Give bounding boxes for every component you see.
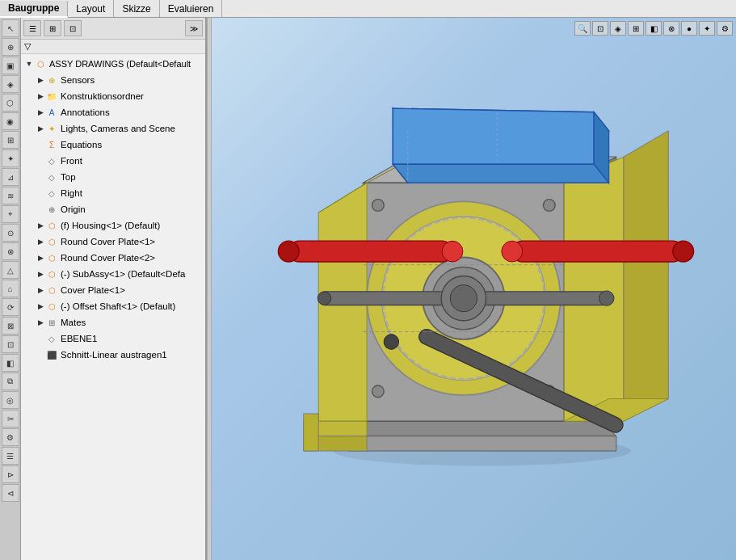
tree-content: ▼ ⬡ ASSY DRAWINGS (Default<Default ▶ ⊕ S… xyxy=(21,54,205,560)
svg-marker-31 xyxy=(393,164,608,183)
tool-14[interactable]: △ xyxy=(2,261,19,279)
viewport[interactable]: 🔍 ⊡ ◈ ⊞ ◧ ⊗ ● ✦ ⚙ xyxy=(212,18,736,560)
tree-item-front[interactable]: ◇ Front xyxy=(21,153,205,169)
plane-right-icon: ◇ xyxy=(45,187,58,200)
expand-icon xyxy=(36,187,45,200)
svg-point-36 xyxy=(442,241,463,262)
tree-item-lights[interactable]: ▶ ✦ Lights, Cameras and Scene xyxy=(21,120,205,137)
tool-23[interactable]: ⚙ xyxy=(2,428,19,446)
tree-label-front: Front xyxy=(61,156,82,166)
tree-item-subassy[interactable]: ▶ ⬡ (-) SubAssy<1> (Default<Defa xyxy=(21,266,205,282)
tree-item-housing[interactable]: ▶ ⬡ (f) Housing<1> (Default) xyxy=(21,217,205,234)
plane-top-icon: ◇ xyxy=(45,171,58,183)
feature-tree-panel: ☰ ⊞ ⊡ ≫ ▽ ▼ ⬡ ASSY DRAWINGS (Default<Def… xyxy=(21,18,207,560)
tree-item-equations[interactable]: Σ Equations xyxy=(21,137,205,153)
expand-icon: ▼ xyxy=(24,57,34,70)
folder-icon: 📁 xyxy=(45,90,58,103)
tool-3[interactable]: ▣ xyxy=(2,57,19,74)
tree-label-right: Right xyxy=(61,188,82,198)
tree-item-konstruktion[interactable]: ▶ 📁 Konstruktionsordner xyxy=(21,88,205,104)
tool-11[interactable]: ⌖ xyxy=(2,205,19,223)
ebene-icon: ◇ xyxy=(45,332,58,345)
tool-18[interactable]: ⊡ xyxy=(2,335,19,353)
tool-10[interactable]: ≋ xyxy=(2,187,19,204)
expand-icon xyxy=(36,203,45,216)
tool-22[interactable]: ✂ xyxy=(2,410,19,427)
tree-item-top[interactable]: ◇ Top xyxy=(21,169,205,185)
tool-21[interactable]: ◎ xyxy=(2,391,19,409)
tool-13[interactable]: ⊗ xyxy=(2,242,19,260)
housing-icon: ⬡ xyxy=(45,219,58,232)
svg-point-23 xyxy=(372,200,385,212)
tree-item-sensors[interactable]: ▶ ⊕ Sensors xyxy=(21,72,205,88)
expand-icon xyxy=(36,154,45,167)
annotation-icon: A xyxy=(45,106,58,119)
tree-item-ebene1[interactable]: ◇ EBENE1 xyxy=(21,331,205,347)
tree-label-offsetshaft: (-) Offset Shaft<1> (Default) xyxy=(61,301,175,311)
tree-item-roundcover1[interactable]: ▶ ⬡ Round Cover Plate<1> xyxy=(21,234,205,250)
offsetshaft-icon: ⬡ xyxy=(45,300,58,313)
tool-25[interactable]: ⊳ xyxy=(2,465,19,483)
tree-item-origin[interactable]: ⊕ Origin xyxy=(21,201,205,217)
tool-4[interactable]: ◈ xyxy=(2,75,19,93)
expand-icon xyxy=(36,348,45,361)
tool-26[interactable]: ⊲ xyxy=(2,484,19,502)
plane-front-icon: ◇ xyxy=(45,154,58,167)
tool-6[interactable]: ◉ xyxy=(2,112,19,130)
tree-item-annotations[interactable]: ▶ A Annotations xyxy=(21,104,205,120)
tree-label-equations: Equations xyxy=(61,140,102,149)
tree-label-lights: Lights, Cameras and Scene xyxy=(61,124,175,133)
tab-evaluieren[interactable]: Evaluieren xyxy=(160,0,223,17)
tab-layout[interactable]: Layout xyxy=(68,0,114,17)
tool-5[interactable]: ⬡ xyxy=(2,94,19,112)
expand-icon: ▶ xyxy=(36,284,45,297)
tool-16[interactable]: ⟳ xyxy=(2,298,19,316)
tree-item-coverplate[interactable]: ▶ ⬡ Cover Plate<1> xyxy=(21,282,205,298)
tree-item-roundcover2[interactable]: ▶ ⬡ Round Cover Plate<2> xyxy=(21,250,205,266)
tool-12[interactable]: ⊙ xyxy=(2,224,19,242)
tool-select[interactable]: ↖ xyxy=(2,19,19,37)
svg-marker-12 xyxy=(624,131,668,421)
menu-bar: Baugruppe Layout Skizze Evaluieren xyxy=(0,0,736,18)
tree-label-top: Top xyxy=(61,172,76,182)
svg-marker-2 xyxy=(348,436,616,451)
subassy-icon: ⬡ xyxy=(45,267,58,280)
tool-7[interactable]: ⊞ xyxy=(2,131,19,149)
svg-marker-11 xyxy=(564,157,624,421)
tool-15[interactable]: ⌂ xyxy=(2,280,19,297)
tool-17[interactable]: ⊠ xyxy=(2,317,19,335)
tab-baugruppe[interactable]: Baugruppe xyxy=(0,1,68,18)
tool-20[interactable]: ⧉ xyxy=(2,373,19,390)
svg-point-25 xyxy=(372,385,385,398)
expand-icon xyxy=(36,138,45,151)
tree-item-right[interactable]: ◇ Right xyxy=(21,185,205,201)
tree-label-housing: (f) Housing<1> (Default) xyxy=(61,221,160,230)
svg-rect-37 xyxy=(512,241,683,262)
tree-btn-expand[interactable]: ≫ xyxy=(185,20,203,36)
tree-item-schnitt[interactable]: ⬛ Schnitt-Linear austragen1 xyxy=(21,347,205,363)
tree-btn-1[interactable]: ☰ xyxy=(23,20,41,36)
tree-item-mates[interactable]: ▶ ⊞ Mates xyxy=(21,314,205,331)
sensor-icon: ⊕ xyxy=(45,74,58,86)
expand-icon xyxy=(36,332,45,345)
tree-label-subassy: (-) SubAssy<1> (Default<Defa xyxy=(61,269,185,279)
tool-24[interactable]: ☰ xyxy=(2,447,19,465)
tool-8[interactable]: ✦ xyxy=(2,149,19,167)
tree-label-ebene1: EBENE1 xyxy=(61,334,97,343)
tool-2[interactable]: ⊕ xyxy=(2,38,19,56)
tree-item-assy[interactable]: ▼ ⬡ ASSY DRAWINGS (Default<Default xyxy=(21,56,205,72)
tool-9[interactable]: ⊿ xyxy=(2,168,19,186)
tree-btn-2[interactable]: ⊞ xyxy=(44,20,61,36)
filter-icon: ▽ xyxy=(24,41,31,52)
svg-point-43 xyxy=(450,285,477,312)
expand-icon: ▶ xyxy=(36,235,45,248)
svg-marker-29 xyxy=(393,108,594,164)
tab-skizze[interactable]: Skizze xyxy=(114,0,159,17)
tree-toolbar: ☰ ⊞ ⊡ ≫ xyxy=(21,18,205,40)
origin-icon: ⊕ xyxy=(45,203,58,216)
tool-19[interactable]: ◧ xyxy=(2,354,19,372)
tree-btn-3[interactable]: ⊡ xyxy=(64,20,82,36)
tree-item-offsetshaft[interactable]: ▶ ⬡ (-) Offset Shaft<1> (Default) xyxy=(21,298,205,314)
expand-icon: ▶ xyxy=(36,106,45,119)
expand-icon: ▶ xyxy=(36,122,45,135)
